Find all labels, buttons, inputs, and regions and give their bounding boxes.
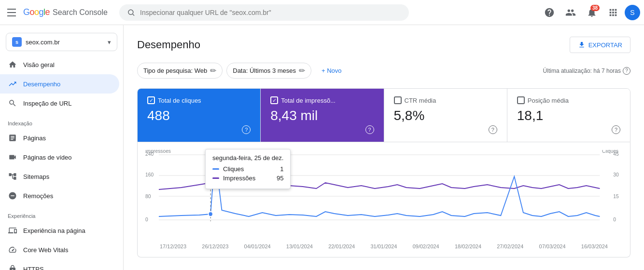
notification-badge: 38 xyxy=(590,5,600,11)
property-selector[interactable]: s seox.com.br ▾ xyxy=(6,33,117,51)
experiencia-label: Experiência xyxy=(0,209,123,221)
last-update: Última atualização: há 7 horas ? xyxy=(543,67,630,75)
svg-text:80: 80 xyxy=(145,193,151,199)
metric-checkbox-cliques[interactable] xyxy=(147,96,155,104)
article-icon xyxy=(8,133,17,143)
tooltip-value-cliques: 1 xyxy=(280,165,283,173)
sidebar-item-experiencia-pagina[interactable]: Experiência na página xyxy=(0,221,119,240)
tooltip-label-cliques: Cliques xyxy=(223,165,276,173)
date-range-filter[interactable]: Data: Últimos 3 meses ✏ xyxy=(226,63,311,79)
tooltip-row-cliques: Cliques 1 xyxy=(212,165,283,173)
trending-up-icon xyxy=(8,79,17,89)
metric-card-ctr[interactable]: CTR média 5,8% ? xyxy=(384,89,507,142)
chart-container: 240 160 80 0 Impressões 45 30 15 0 Cliqu… xyxy=(137,142,630,257)
metric-label-posicao: Posição média xyxy=(528,97,569,104)
metric-value-cliques: 488 xyxy=(147,108,251,123)
metric-value-posicao: 18,1 xyxy=(517,108,620,123)
metric-info-posicao: ? xyxy=(517,125,620,134)
svg-point-18 xyxy=(208,212,212,216)
info-icon-posicao[interactable]: ? xyxy=(612,125,620,134)
sidebar-item-label: Experiência na página xyxy=(23,227,85,234)
sidebar-item-label: Visão geral xyxy=(23,61,55,68)
tooltip-value-impressoes: 95 xyxy=(277,175,283,182)
sidebar-item-label: HTTPS xyxy=(23,266,44,270)
sidebar-item-https[interactable]: HTTPS xyxy=(0,259,119,270)
sidebar: s seox.com.br ▾ Visão geral Desempenho xyxy=(0,25,124,270)
edit-icon: ✏ xyxy=(210,66,216,75)
search-input[interactable] xyxy=(140,9,401,16)
help-button[interactable] xyxy=(540,3,559,22)
lock-icon xyxy=(8,264,17,270)
metric-checkbox-ctr[interactable] xyxy=(394,96,402,104)
page-title: Desempenho xyxy=(137,39,200,51)
sidebar-item-inspecao-url[interactable]: Inspeção de URL xyxy=(0,94,119,113)
metric-header-impressoes: Total de impressõ... xyxy=(270,96,374,104)
svg-point-0 xyxy=(128,10,133,14)
metric-checkbox-posicao[interactable] xyxy=(517,96,525,104)
google-logo-text: Google xyxy=(23,7,50,17)
sidebar-item-remocoes[interactable]: Remoções xyxy=(0,186,119,205)
sidebar-item-paginas[interactable]: Páginas xyxy=(0,128,119,148)
speed-icon xyxy=(8,245,17,255)
search-type-filter[interactable]: Tipo de pesquisa: Web ✏ xyxy=(137,63,223,79)
sidebar-item-label: Sitemaps xyxy=(23,173,49,180)
add-filter-button[interactable]: + Novo xyxy=(315,64,348,78)
svg-text:15: 15 xyxy=(613,193,618,199)
body-wrap: s seox.com.br ▾ Visão geral Desempenho xyxy=(0,25,644,270)
tooltip-dot-impressoes xyxy=(212,177,219,179)
manage-users-button[interactable] xyxy=(561,3,580,22)
edit-icon: ✏ xyxy=(299,66,305,75)
top-nav: Google Search Console 38 S xyxy=(0,0,644,25)
metric-card-impressoes[interactable]: Total de impressõ... 8,43 mil ? xyxy=(261,89,384,142)
add-filter-label: + Novo xyxy=(322,67,342,74)
nav-section-main: Visão geral Desempenho Inspeção de URL xyxy=(0,55,123,113)
indexacao-label: Indexação xyxy=(0,117,123,128)
info-icon-ctr[interactable]: ? xyxy=(489,125,497,134)
svg-text:Impressões: Impressões xyxy=(145,150,171,154)
nav-section-indexacao: Indexação Páginas Páginas de vídeo Sitem… xyxy=(0,117,123,205)
export-button[interactable]: EXPORTAR xyxy=(570,37,630,53)
metric-label-cliques: Total de cliques xyxy=(158,97,201,104)
logo: Google Search Console xyxy=(23,7,108,17)
metric-header-posicao: Posição média xyxy=(517,96,620,104)
filter-label: Data: Últimos 3 meses xyxy=(233,67,296,74)
home-icon xyxy=(8,60,17,69)
remove-circle-icon xyxy=(8,191,17,201)
sidebar-item-desempenho[interactable]: Desempenho xyxy=(0,74,119,94)
svg-line-1 xyxy=(133,14,134,15)
info-icon-cliques[interactable]: ? xyxy=(242,125,251,134)
page-header: Desempenho EXPORTAR xyxy=(137,37,630,53)
avatar[interactable]: S xyxy=(625,5,640,20)
videocam-icon xyxy=(8,152,17,162)
metric-card-posicao[interactable]: Posição média 18,1 ? xyxy=(507,89,630,142)
tooltip-date: segunda-feira, 25 de dez. xyxy=(212,154,283,162)
tooltip-dot-cliques xyxy=(212,168,219,170)
property-name: seox.com.br xyxy=(26,39,104,46)
metric-label-ctr: CTR média xyxy=(405,97,436,104)
search-bar[interactable] xyxy=(119,4,409,21)
sidebar-item-label: Inspeção de URL xyxy=(23,100,71,107)
notifications-button[interactable]: 38 xyxy=(582,3,602,22)
sidebar-item-visao-geral[interactable]: Visão geral xyxy=(0,55,119,74)
metric-label-impressoes: Total de impressõ... xyxy=(281,97,336,104)
info-icon-impressoes[interactable]: ? xyxy=(365,125,374,134)
metric-checkbox-impressoes[interactable] xyxy=(270,96,278,104)
filter-label: Tipo de pesquisa: Web xyxy=(143,67,207,74)
chevron-down-icon: ▾ xyxy=(108,39,111,46)
metric-info-ctr: ? xyxy=(394,125,497,134)
sidebar-item-sitemaps[interactable]: Sitemaps xyxy=(0,167,119,186)
sidebar-item-label: Core Web Vitals xyxy=(23,246,68,254)
main-content: Desempenho EXPORTAR Tipo de pesquisa: We… xyxy=(124,25,644,270)
svg-text:0: 0 xyxy=(613,216,616,222)
metric-card-cliques[interactable]: Total de cliques 488 ? xyxy=(138,89,261,142)
sidebar-item-label: Remoções xyxy=(23,192,53,200)
tooltip-label-impressoes: Impressões xyxy=(223,175,273,182)
apps-button[interactable] xyxy=(603,3,623,22)
search-icon xyxy=(127,8,135,17)
metric-cards: Total de cliques 488 ? Total de impressõ… xyxy=(137,88,630,142)
sidebar-item-core-web-vitals[interactable]: Core Web Vitals xyxy=(0,240,119,259)
hamburger-menu[interactable] xyxy=(4,5,19,20)
sidebar-item-label: Páginas xyxy=(23,135,46,142)
sidebar-item-paginas-video[interactable]: Páginas de vídeo xyxy=(0,148,119,167)
filters-bar: Tipo de pesquisa: Web ✏ Data: Últimos 3 … xyxy=(137,63,630,79)
